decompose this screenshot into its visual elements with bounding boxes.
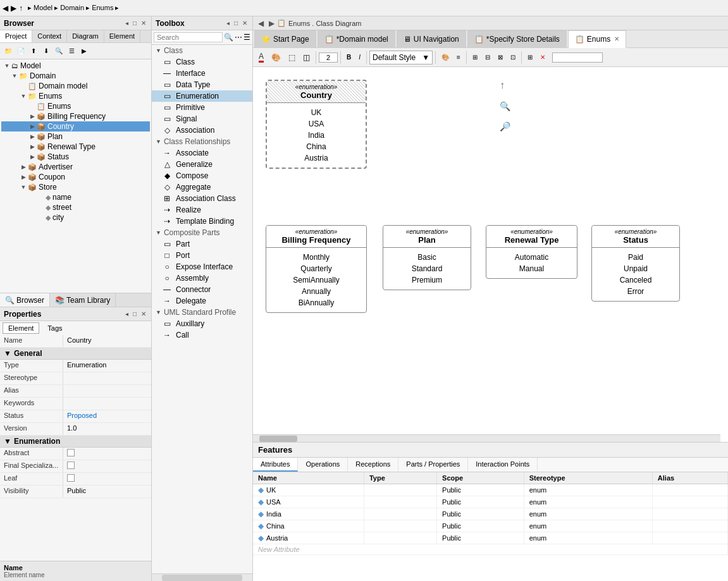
tree-item-enums-folder[interactable]: ▼ 📁 Enums [1,91,150,101]
toolbox-item-associate[interactable]: → Associate [152,147,252,159]
tab-context[interactable]: Context [32,30,67,42]
bg-color-btn[interactable]: 🎨 [268,51,284,64]
toolbox-item-expose-interface[interactable]: ○ Expose Interface [152,261,252,272]
toolbox-item-delegate[interactable]: → Delegate [152,295,252,307]
toolbox-menu-icon[interactable]: ☰ [244,33,250,42]
line-color-btn[interactable]: 🎨 [438,51,452,64]
enums-tab-close[interactable]: ✕ [614,35,619,42]
prop-final-spec-value[interactable] [63,460,151,472]
table-row[interactable]: ◆Austria Public enum [253,532,728,544]
table-row[interactable]: ◆India Public enum [253,508,728,520]
toolbox-item-signal[interactable]: ▭ Signal [152,113,252,125]
diagram-canvas[interactable]: ↑ 🔍 🔎 «enumeration» Country UK [253,67,728,442]
diag-nav-forward[interactable]: ▶ [266,19,277,28]
props-close-icon[interactable]: ✕ [140,310,147,318]
table-row[interactable]: ◆China Public enum [253,520,728,532]
tree-item-coupon[interactable]: ▶ 📦 Coupon [1,172,150,182]
features-tab-receptions[interactable]: Receptions [348,458,398,472]
tree-item-billing-frequency[interactable]: ▶ 📦 Billing Frequency [1,111,150,121]
shadow-btn[interactable]: ◫ [300,51,313,64]
toolbox-item-datatype[interactable]: ▭ Data Type [152,79,252,90]
snap-btn[interactable]: ⊞ [469,51,481,64]
table-row[interactable]: ◆UK Public enum [253,484,728,496]
nav-up[interactable]: ↑ [19,4,23,13]
toolbox-item-aggregate[interactable]: ◇ Aggregate [152,181,252,193]
features-tab-parts[interactable]: Parts / Properties [398,458,468,472]
tree-item-advertiser[interactable]: ▶ 📦 Advertiser [1,162,150,172]
props-pin-icon[interactable]: ◂ [124,310,130,318]
nav-back[interactable]: ◀ [3,4,8,13]
search-options-icon[interactable]: ⋯ [235,33,242,42]
toolbox-item-primitive[interactable]: ▭ Primitive [152,102,252,113]
format-btn[interactable]: ⊠ [495,51,506,64]
props-tab-element[interactable]: Element [3,322,39,334]
props-tab-tags[interactable]: Tags [42,322,68,334]
props-restore-icon[interactable]: □ [132,310,138,318]
toolbox-item-part[interactable]: ▭ Part [152,238,252,250]
move-down-btn[interactable]: ⬇ [40,46,52,57]
bold-btn[interactable]: B [343,51,354,64]
features-tab-interaction[interactable]: Interaction Points [468,458,538,472]
uml-box-billing-frequency[interactable]: «enumeration» Billing Frequency Monthly … [266,225,367,313]
tree-item-domain-model[interactable]: 📋 Domain model [1,81,150,91]
uml-box-plan[interactable]: «enumeration» Plan Basic Standard Premiu… [383,225,471,290]
tab-project[interactable]: Project [0,30,32,42]
toolbox-item-assoc-class[interactable]: ⊞ Association Class [152,193,252,204]
tree-item-status[interactable]: ▶ 📦 Status [1,152,150,162]
new-diagram-btn[interactable]: 📄 [15,46,27,57]
tree-item-domain[interactable]: ▼ 📁 Domain [1,71,150,81]
prop-stereotype-value[interactable] [63,372,151,384]
toolbox-item-call[interactable]: → Call [152,329,252,341]
toolbox-close-icon[interactable]: ✕ [241,19,249,27]
font-size-input[interactable]: 2 [319,52,338,63]
prop-keywords-value[interactable] [63,398,151,410]
canvas-zoom-icon[interactable]: 🔍 [500,101,510,111]
toolbox-item-generalize[interactable]: △ Generalize [152,159,252,170]
tab-domain-model[interactable]: 📋 *Domain model [318,30,395,48]
tree-item-street-attr[interactable]: ◆ street [1,202,150,212]
search-icon[interactable]: 🔍 [224,33,233,42]
prop-alias-value[interactable] [63,385,151,397]
h-scrollbar-thumb[interactable] [259,436,297,442]
tree-item-city-attr[interactable]: ◆ city [1,212,150,223]
toolbox-item-connector[interactable]: — Connector [152,284,252,295]
toolbox-item-enumeration[interactable]: ▭ Enumeration [152,90,252,102]
toolbox-item-interface[interactable]: — Interface [152,68,252,79]
toolbox-group-composite[interactable]: ▼ Composite Parts [152,227,252,238]
prop-abstract-value[interactable] [63,448,151,460]
canvas-nav-up[interactable]: ↑ [500,80,510,91]
bottom-tab-browser[interactable]: 🔍 Browser [0,293,50,307]
tab-ui-navigation[interactable]: 🖥 UI Navigation [397,30,466,48]
layout-btn[interactable]: ⊟ [482,51,493,64]
features-tab-operations[interactable]: Operations [298,458,348,472]
search-btn[interactable]: 🔍 [53,46,65,57]
toolbox-item-realize[interactable]: ⇢ Realize [152,204,252,216]
toolbox-pin-icon[interactable]: ◂ [225,19,231,27]
toolbox-item-compose[interactable]: ◆ Compose [152,170,252,181]
more-btn[interactable]: ⊡ [507,51,519,64]
move-up-btn[interactable]: ⬆ [28,46,39,57]
toolbox-group-class-rel[interactable]: ▼ Class Relationships [152,136,252,147]
tree-item-enums-diagram[interactable]: 📋 Enums [1,101,150,111]
toolbox-item-class[interactable]: ▭ Class [152,56,252,68]
toolbox-item-auxillary[interactable]: ▭ Auxillary [152,318,252,329]
tab-start-page[interactable]: ⭐ Start Page [254,30,316,48]
italic-btn[interactable]: I [355,51,364,64]
border-color-btn[interactable]: ⬚ [285,51,299,64]
browser-pin-icon[interactable]: ◂ [124,19,130,27]
tab-diagram[interactable]: Diagram [67,30,104,42]
tree-item-name-attr[interactable]: ◆ name [1,192,150,202]
toolbox-item-port[interactable]: □ Port [152,250,252,261]
tree-item-renewal-type[interactable]: ▶ 📦 Renewal Type [1,142,150,152]
nav-forward[interactable]: ▶ [11,4,16,13]
browser-close-icon[interactable]: ✕ [140,19,147,27]
features-tab-attributes[interactable]: Attributes [253,458,298,472]
tab-enums[interactable]: 📋 Enums ✕ [568,30,626,48]
toolbox-item-association[interactable]: ◇ Association [152,125,252,136]
uml-box-status[interactable]: «enumeration» Status Paid Unpaid Cancele… [591,225,680,302]
arrange-btn[interactable]: ⊞ [524,51,536,64]
bottom-tab-team-library[interactable]: 📚 Team Library [50,293,116,307]
style-dropdown[interactable]: Default Style ▼ [369,51,433,64]
prop-leaf-value[interactable] [63,473,151,485]
search-diagram-input[interactable] [552,52,603,63]
